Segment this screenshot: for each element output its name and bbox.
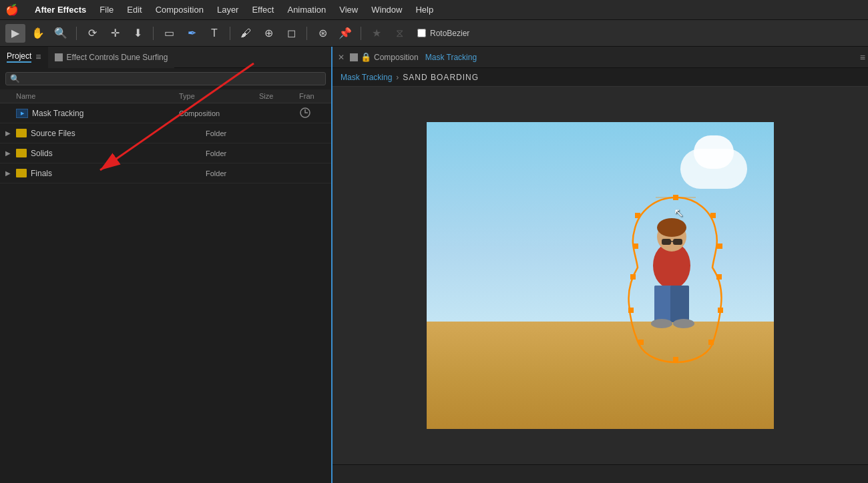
panel-tab-bar: Project ≡ Effect Controls Dune Surfing — [0, 47, 331, 68]
project-menu-icon[interactable]: ≡ — [35, 51, 41, 62]
composition-thumbnail: ▶ — [16, 109, 28, 118]
selection-tool[interactable]: ▶ — [5, 24, 25, 43]
comp-tab-menu-icon[interactable]: ≡ — [860, 52, 865, 63]
separator-1 — [76, 27, 77, 40]
search-bar: 🔍 — [0, 68, 331, 89]
list-item-finals[interactable]: ▶ Finals Folder — [0, 163, 331, 183]
comp-tab-type: Composition — [374, 53, 419, 62]
menu-edit[interactable]: Edit — [120, 0, 148, 20]
pin-tool[interactable]: 📌 — [335, 24, 355, 43]
item-fran-mask-tracking — [299, 107, 326, 120]
roto-bezier-checkbox[interactable] — [417, 29, 426, 37]
anchor-tool[interactable]: ✛ — [105, 24, 125, 43]
separator-2 — [153, 27, 154, 40]
menu-after-effects[interactable]: After Effects — [28, 0, 93, 20]
expand-icon-finals[interactable]: ▶ — [5, 169, 16, 177]
svg-rect-16 — [717, 244, 722, 249]
menu-layer[interactable]: Layer — [210, 0, 246, 20]
toolbar: ▶ ✋ 🔍 ⟳ ✛ ⬇ ▭ ✒ T 🖌 ⊕ ◻ ⊛ 📌 ★ ⧖ RotoBezi… — [0, 20, 868, 47]
expand-icon-source[interactable]: ▶ — [5, 129, 16, 137]
composition-viewer[interactable]: ↖ — [333, 87, 868, 464]
menu-view[interactable]: View — [333, 0, 365, 20]
svg-rect-22 — [628, 308, 634, 313]
menu-effect[interactable]: Effect — [245, 0, 280, 20]
separator-3 — [230, 27, 230, 40]
folder-icon-finals — [16, 169, 27, 177]
item-name-solids: Solids — [31, 149, 192, 158]
tab-effect-controls[interactable]: Effect Controls Dune Surfing — [48, 47, 175, 68]
eraser-tool[interactable]: ◻ — [281, 24, 301, 43]
zoom-tool[interactable]: 🔍 — [51, 24, 71, 43]
viewer-toolbar — [333, 464, 868, 483]
roto-bezier-label: RotoBezier — [430, 29, 469, 38]
list-item-source-files[interactable]: ▶ Source Files Folder — [0, 123, 331, 143]
svg-rect-24 — [633, 244, 638, 249]
backward-tool[interactable]: ⬇ — [128, 24, 148, 43]
main-area: Project ≡ Effect Controls Dune Surfing 🔍 — [0, 47, 868, 483]
pen-tool[interactable]: ✒ — [182, 24, 202, 43]
expand-icon-solids[interactable]: ▶ — [5, 149, 16, 157]
effect-tab-icon — [55, 53, 63, 61]
project-list: ▶ Mask Tracking Composition ▶ Source Fil… — [0, 103, 331, 483]
svg-rect-23 — [630, 274, 636, 280]
col-fran-header: Fran — [299, 92, 326, 100]
item-name-mask-tracking: Mask Tracking — [32, 109, 166, 118]
text-tool[interactable]: T — [204, 24, 224, 43]
menu-help[interactable]: Help — [409, 0, 440, 20]
comp-close-icon[interactable]: ✕ — [335, 53, 347, 62]
clone-tool[interactable]: ⊕ — [258, 24, 278, 43]
item-type-source-files: Folder — [206, 129, 286, 137]
list-item-solids[interactable]: ▶ Solids Folder — [0, 143, 331, 163]
project-tab-label: Project — [7, 51, 31, 63]
menu-file[interactable]: File — [93, 0, 120, 20]
roto-bezier-group: RotoBezier — [417, 29, 469, 38]
breadcrumb: Mask Tracking › SAND BOARDING — [333, 68, 868, 87]
brush-tool[interactable]: 🖌 — [236, 24, 256, 43]
item-type-solids: Folder — [206, 149, 286, 157]
comp-lock-icon[interactable]: 🔒 — [361, 52, 371, 62]
svg-rect-20 — [673, 357, 678, 362]
hand-tool[interactable]: ✋ — [28, 24, 48, 43]
svg-rect-21 — [638, 340, 644, 345]
svg-rect-15 — [710, 213, 716, 218]
star-btn[interactable]: ★ — [367, 24, 387, 43]
menu-window[interactable]: Window — [365, 0, 409, 20]
item-name-finals: Finals — [31, 169, 192, 178]
video-canvas: ↖ — [427, 122, 774, 429]
comp-tab-title: Composition Mask Tracking — [374, 53, 477, 62]
svg-rect-25 — [635, 213, 640, 218]
col-type-header: Type — [179, 92, 259, 100]
folder-icon-source — [16, 129, 27, 137]
rect-mask-tool[interactable]: ▭ — [159, 24, 179, 43]
breadcrumb-link[interactable]: Mask Tracking — [341, 73, 392, 82]
unknown-btn[interactable]: ⧖ — [389, 24, 409, 43]
item-type-finals: Folder — [206, 169, 286, 177]
menu-composition[interactable]: Composition — [149, 0, 210, 20]
col-name-header: Name — [16, 92, 166, 100]
svg-rect-17 — [716, 274, 722, 280]
svg-rect-19 — [708, 340, 714, 345]
cloud-element — [680, 149, 747, 189]
search-input[interactable] — [23, 74, 321, 83]
breadcrumb-arrow-icon: › — [396, 73, 399, 82]
list-header: Name Type Size Fran — [0, 89, 331, 103]
menu-animation[interactable]: Animation — [280, 0, 333, 20]
list-item-mask-tracking[interactable]: ▶ Mask Tracking Composition — [0, 103, 331, 123]
cursor-indicator: ↖ — [674, 205, 684, 220]
puppet-tool[interactable]: ⊛ — [312, 24, 333, 43]
right-panel: ✕ 🔒 Composition Mask Tracking ≡ Mask Tra… — [333, 47, 868, 483]
svg-rect-18 — [718, 308, 723, 313]
folder-icon-solids — [16, 149, 27, 157]
apple-logo-icon[interactable]: 🍎 — [5, 3, 19, 16]
search-icon: 🔍 — [10, 74, 20, 83]
breadcrumb-current: SAND BOARDING — [403, 73, 479, 82]
separator-4 — [306, 27, 307, 40]
effect-controls-label: Effect Controls Dune Surfing — [67, 53, 168, 62]
comp-tab-square-icon — [350, 53, 358, 61]
tab-project[interactable]: Project ≡ — [0, 47, 48, 68]
rotate-tool[interactable]: ⟳ — [82, 24, 102, 43]
comp-tab-name: Mask Tracking — [425, 53, 477, 62]
left-panel: Project ≡ Effect Controls Dune Surfing 🔍 — [0, 47, 333, 483]
menu-bar: 🍎 After Effects File Edit Composition La… — [0, 0, 868, 20]
item-name-source-files: Source Files — [31, 129, 192, 138]
